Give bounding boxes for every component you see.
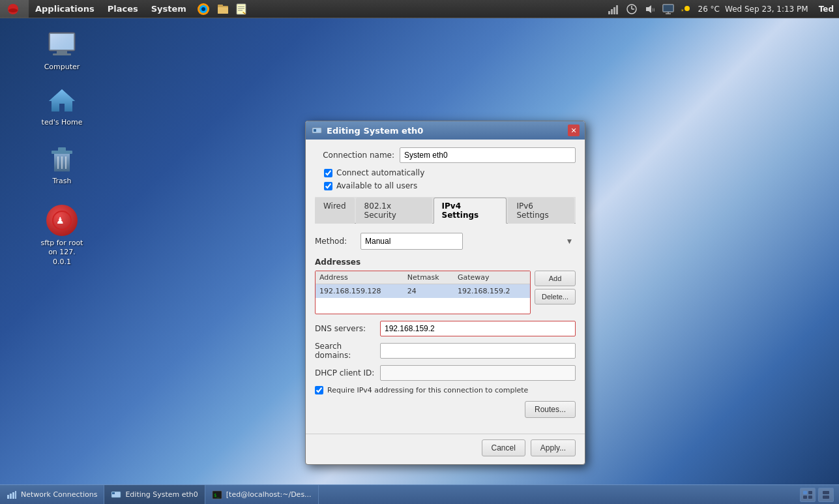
- address-buttons: Add Delete...: [535, 271, 576, 304]
- col-netmask: Netmask: [404, 271, 454, 284]
- bottom-taskbar: Network Connections Editing System eth0 …: [0, 484, 839, 504]
- address-empty-row: [316, 298, 530, 314]
- available-users-label: Available to all users: [336, 181, 417, 190]
- system-menu[interactable]: System: [145, 0, 193, 18]
- svg-rect-45: [7, 495, 9, 499]
- search-domains-input[interactable]: [380, 343, 576, 359]
- top-taskbar: Applications Places System: [0, 0, 839, 18]
- search-domains-label: Search domains:: [315, 342, 380, 360]
- dhcp-label: DHCP client ID:: [315, 368, 380, 378]
- svg-point-25: [684, 6, 690, 11]
- connect-auto-row: Connect automatically: [315, 168, 576, 177]
- require-ipv4-row: Require IPv4 addressing for this connect…: [315, 386, 576, 394]
- svg-rect-15: [616, 5, 618, 14]
- apply-button[interactable]: Apply...: [531, 439, 576, 456]
- addresses-table: Address Netmask Gateway 192.168.159.128 …: [316, 271, 530, 314]
- cancel-button[interactable]: Cancel: [482, 439, 525, 456]
- text-editor-icon[interactable]: [232, 0, 250, 18]
- system-tray: )))) ☀ 26 °C Wed Sep 23, 1:13 PM Ted: [602, 3, 839, 16]
- computer-desktop-icon[interactable]: Computer: [36, 26, 88, 74]
- svg-point-1: [8, 8, 18, 12]
- file-manager-icon[interactable]: [214, 0, 232, 18]
- workspace-switcher-1[interactable]: [800, 488, 816, 502]
- method-row: Method: Manual Automatic (DHCP) Link-Loc…: [315, 233, 576, 250]
- taskbar-terminal[interactable]: $_ [ted@localhost:~/Des...: [205, 485, 319, 504]
- connect-auto-checkbox[interactable]: [324, 169, 332, 177]
- svg-text:)))): )))): [652, 7, 655, 12]
- trash-icon-image: [46, 143, 78, 174]
- redhat-icon: [7, 3, 20, 16]
- svg-rect-46: [10, 494, 12, 499]
- method-select[interactable]: Manual Automatic (DHCP) Link-Local Only …: [361, 233, 463, 250]
- home-icon-image: [46, 84, 78, 115]
- tab-ipv6[interactable]: IPv6 Settings: [508, 198, 574, 224]
- method-select-wrapper: Manual Automatic (DHCP) Link-Local Only …: [361, 233, 576, 250]
- addresses-table-container: Address Netmask Gateway 192.168.159.128 …: [315, 271, 576, 314]
- svg-rect-37: [58, 147, 66, 151]
- svg-rect-54: [808, 491, 812, 494]
- nm-icon[interactable]: [607, 3, 620, 16]
- sftp-desktop-icon[interactable]: ♟ sftp for root on 127. 0.0.1: [36, 202, 88, 269]
- svg-rect-6: [218, 7, 228, 14]
- require-ipv4-label: Require IPv4 addressing for this connect…: [327, 386, 528, 394]
- computer-icon-image: [46, 29, 78, 60]
- tab-wired[interactable]: Wired: [315, 198, 355, 224]
- edit-taskbar-label: Editing System eth0: [125, 490, 198, 499]
- applications-menu[interactable]: Applications: [29, 0, 101, 18]
- connection-name-input[interactable]: [400, 147, 576, 163]
- row1-address: 192.168.159.128: [316, 284, 404, 299]
- places-menu[interactable]: Places: [101, 0, 145, 18]
- svg-rect-50: [112, 492, 115, 494]
- terminal-icon: $_: [212, 490, 222, 500]
- dialog-titlebar-left: Editing System eth0: [311, 125, 423, 136]
- weather-icon: ☀: [680, 3, 693, 16]
- network-dialog-icon: [311, 125, 323, 136]
- svg-rect-57: [823, 491, 829, 494]
- svg-rect-55: [803, 496, 807, 499]
- display-icon[interactable]: [662, 3, 675, 16]
- svg-rect-29: [50, 34, 74, 50]
- temperature-display: 26 °C: [698, 5, 720, 14]
- address-row-1[interactable]: 192.168.159.128 24 192.168.159.2: [316, 284, 530, 299]
- home-desktop-icon[interactable]: ted's Home: [36, 82, 88, 130]
- col-address: Address: [316, 271, 404, 284]
- workspace-switcher-2[interactable]: [818, 488, 834, 502]
- svg-rect-12: [608, 11, 610, 14]
- add-address-button[interactable]: Add: [535, 271, 576, 286]
- svg-rect-31: [53, 53, 71, 55]
- svg-rect-30: [57, 51, 67, 53]
- col-gateway: Gateway: [454, 271, 530, 284]
- network-icon: [7, 490, 17, 500]
- home-label: ted's Home: [42, 118, 83, 127]
- taskbar-network-connections[interactable]: Network Connections: [0, 485, 104, 504]
- clock-icon[interactable]: [625, 3, 638, 16]
- dhcp-input[interactable]: [380, 365, 576, 381]
- routes-row: Routes...: [315, 401, 576, 418]
- dialog-close-button[interactable]: ✕: [568, 125, 580, 136]
- taskbar-edit-dialog[interactable]: Editing System eth0: [104, 485, 205, 504]
- app-icon[interactable]: [0, 0, 29, 18]
- require-ipv4-checkbox[interactable]: [315, 386, 323, 394]
- dns-label: DNS servers:: [315, 324, 380, 333]
- dns-row: DNS servers:: [315, 321, 576, 336]
- svg-rect-48: [15, 491, 16, 499]
- edit-dialog: Editing System eth0 ✕ Connection name: C…: [305, 121, 585, 465]
- tab-8021x[interactable]: 802.1x Security: [356, 198, 432, 224]
- delete-address-button[interactable]: Delete...: [535, 289, 576, 304]
- svg-text:☀: ☀: [681, 8, 684, 12]
- tab-ipv4[interactable]: IPv4 Settings: [434, 198, 507, 224]
- dns-input[interactable]: [380, 321, 576, 336]
- volume-icon[interactable]: )))): [643, 3, 656, 16]
- trash-desktop-icon[interactable]: Trash: [36, 140, 88, 188]
- available-users-checkbox[interactable]: [324, 182, 332, 190]
- svg-text:$_: $_: [214, 493, 220, 498]
- svg-point-4: [201, 7, 205, 11]
- nc-taskbar-label: Network Connections: [21, 490, 97, 499]
- connection-name-row: Connection name:: [315, 147, 576, 163]
- routes-button[interactable]: Routes...: [525, 401, 576, 418]
- firefox-icon[interactable]: [193, 0, 214, 18]
- datetime-display: Wed Sep 23, 1:13 PM: [725, 5, 808, 14]
- dialog-title: Editing System eth0: [327, 126, 423, 136]
- row1-gateway: 192.168.159.2: [454, 284, 530, 299]
- edit-dialog-taskbar-icon: [111, 490, 121, 500]
